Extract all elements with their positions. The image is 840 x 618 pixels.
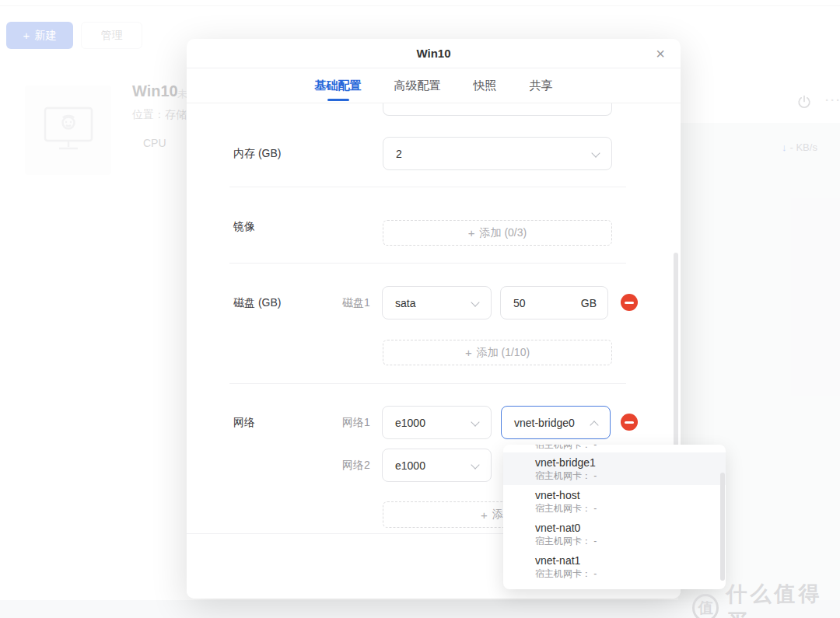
option-subtitle: 宿主机网卡： - [535, 470, 726, 481]
option-title: vnet-nat1 [535, 554, 726, 567]
minus-icon [625, 302, 634, 304]
tab-label: 快照 [474, 79, 497, 93]
network2-label: 网络2 [342, 459, 370, 473]
network1-driver-select[interactable]: e1000 [382, 406, 492, 439]
clipped-subtitle: 宿主机网卡： - [503, 445, 726, 452]
remove-disk-button[interactable] [621, 294, 638, 311]
dialog-tabs: 基础配置 高级配置 快照 共享 [187, 68, 681, 103]
add-disk-button[interactable]: + 添加 (1/10) [383, 340, 612, 365]
plus-icon: + [468, 226, 475, 239]
plus-icon: + [481, 508, 488, 522]
watermark-logo: 值 [692, 594, 719, 618]
network1-label: 网络1 [342, 416, 370, 430]
tab-label: 高级配置 [394, 79, 441, 93]
minus-icon [625, 421, 634, 424]
chevron-down-icon [472, 419, 480, 427]
chevron-down-icon [593, 150, 600, 158]
disk-bus-select[interactable]: sata [382, 286, 492, 319]
tab-share[interactable]: 共享 [530, 68, 553, 103]
plus-icon: + [465, 346, 472, 359]
tab-label: 共享 [530, 79, 553, 93]
tab-basic-config[interactable]: 基础配置 [315, 68, 362, 103]
network1-vnet-select[interactable]: vnet-bridge0 [501, 406, 611, 439]
chevron-down-icon [472, 462, 480, 470]
network2-driver-select[interactable]: e1000 [382, 449, 492, 482]
image-label: 镜像 [233, 220, 255, 234]
remove-network-button[interactable] [621, 414, 638, 431]
network1-driver-value: e1000 [395, 417, 425, 429]
network2-driver-value: e1000 [395, 459, 425, 472]
clipped-input[interactable] [383, 103, 612, 116]
dropdown-item-vnet-bridge1[interactable]: vnet-bridge1 宿主机网卡： - [503, 452, 726, 485]
disk-bus-value: sata [395, 297, 415, 309]
chevron-down-icon [472, 299, 480, 307]
dropdown-item-vnet-host[interactable]: vnet-host 宿主机网卡： - [503, 485, 726, 518]
tab-label: 基础配置 [315, 79, 362, 93]
disk1-label: 磁盘1 [342, 296, 370, 310]
disk-size-input[interactable] [513, 297, 568, 309]
option-subtitle: 宿主机网卡： - [535, 568, 726, 579]
network-label: 网络 [233, 416, 255, 430]
disk-size-unit: GB [581, 297, 597, 309]
active-tab-underline [327, 99, 349, 101]
divider [229, 383, 626, 384]
option-title: vnet-host [535, 489, 726, 501]
add-image-button[interactable]: + 添加 (0/3) [383, 220, 612, 246]
network1-vnet-value: vnet-bridge0 [514, 417, 575, 429]
option-subtitle: 宿主机网卡： - [535, 536, 726, 546]
tab-snapshot[interactable]: 快照 [474, 68, 497, 103]
watermark: 值 什么值得买 [692, 580, 840, 618]
divider [229, 263, 626, 264]
disk-size-field: GB [500, 286, 608, 319]
option-title: vnet-nat0 [535, 522, 726, 534]
watermark-brand: 什么值得买 [726, 580, 840, 618]
disk-label: 磁盘 (GB) [233, 296, 281, 310]
close-icon[interactable]: × [656, 45, 665, 62]
chevron-up-icon [591, 419, 599, 427]
memory-value: 2 [396, 148, 402, 160]
dropdown-item-vnet-nat1[interactable]: vnet-nat1 宿主机网卡： - [503, 550, 726, 583]
vnet-dropdown-panel: 宿主机网卡： - vnet-bridge1 宿主机网卡： - vnet-host… [503, 445, 726, 589]
dropdown-item-vnet-nat0[interactable]: vnet-nat0 宿主机网卡： - [503, 518, 726, 550]
memory-label: 内存 (GB) [233, 147, 281, 161]
dropdown-clipped-item: 宿主机网卡： - [503, 445, 726, 452]
tab-advanced-config[interactable]: 高级配置 [394, 68, 441, 103]
dropdown-scrollbar-thumb[interactable] [720, 473, 725, 581]
option-subtitle: 宿主机网卡： - [535, 503, 726, 514]
dialog-scrollbar-thumb[interactable] [674, 253, 678, 449]
add-image-label: 添加 (0/3) [480, 226, 527, 240]
option-title: vnet-bridge1 [535, 456, 726, 469]
divider [229, 187, 626, 187]
dialog-header: Win10 × [187, 39, 681, 68]
dialog-title: Win10 [416, 47, 450, 60]
add-disk-label: 添加 (1/10) [477, 346, 530, 360]
memory-select[interactable]: 2 [383, 137, 612, 170]
